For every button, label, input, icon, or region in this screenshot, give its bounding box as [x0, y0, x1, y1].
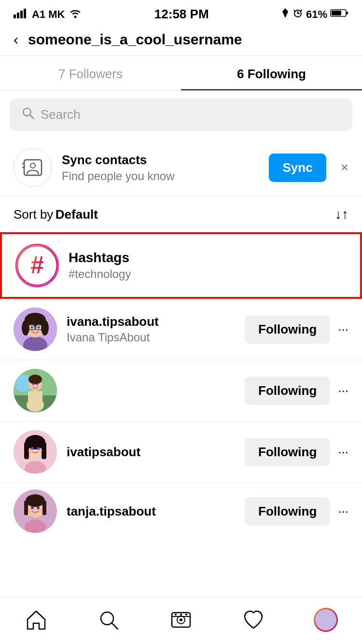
svg-point-25	[30, 326, 33, 329]
hashtag-avatar: #	[15, 244, 59, 287]
user-avatar-2	[14, 369, 57, 412]
svg-rect-35	[28, 391, 42, 402]
sync-button[interactable]: Sync	[269, 154, 326, 182]
svg-point-67	[185, 614, 187, 616]
following-button-2[interactable]: Following	[245, 377, 330, 405]
svg-point-46	[37, 447, 40, 450]
svg-point-4	[74, 15, 77, 18]
user-avatar-4	[14, 490, 57, 533]
svg-rect-0	[14, 14, 16, 18]
hashtag-item[interactable]: # Hashtags #technology	[0, 232, 362, 299]
svg-rect-7	[346, 12, 348, 14]
back-button[interactable]: ‹	[14, 31, 18, 48]
svg-point-45	[31, 447, 34, 450]
more-options-4[interactable]: ···	[338, 504, 348, 519]
following-button-1[interactable]: Following	[245, 315, 330, 344]
svg-line-60	[112, 623, 118, 629]
hashtag-subtitle: #technology	[69, 267, 131, 281]
user-avatar-1	[14, 308, 57, 351]
sync-contacts-subtitle: Find people you know	[62, 169, 259, 183]
status-right: 61%	[281, 8, 348, 21]
user-item-1: ivana.tipsabout Ivana TipsAbout Followin…	[0, 299, 362, 360]
user-item-2: Following ···	[0, 360, 362, 421]
status-bar: A1 MK 12:58 PM 61%	[0, 0, 362, 27]
alarm-icon	[292, 8, 303, 21]
svg-point-65	[175, 614, 177, 616]
time-display: 12:58 PM	[154, 7, 209, 22]
svg-rect-52	[24, 501, 28, 515]
user-list: # Hashtags #technology	[0, 232, 362, 536]
more-options-2[interactable]: ···	[338, 383, 348, 398]
tab-followers[interactable]: 7 Followers	[0, 56, 181, 90]
battery-icon	[330, 8, 348, 21]
svg-point-37	[32, 383, 34, 385]
svg-point-47	[28, 449, 32, 453]
username-4: tanja.tipsabout	[67, 504, 245, 519]
svg-point-36	[28, 375, 42, 384]
svg-text:#: #	[30, 252, 44, 279]
nav-profile[interactable]	[306, 605, 345, 634]
svg-point-63	[180, 618, 182, 621]
user-info-3: ivatipsabout	[67, 445, 245, 460]
sync-contacts-icon	[14, 148, 52, 187]
fullname-1: Ivana TipsAbout	[67, 331, 245, 344]
location-icon	[281, 8, 290, 21]
battery-percent: 61%	[306, 8, 327, 21]
tab-following[interactable]: 6 Following	[181, 56, 362, 90]
search-box[interactable]: Search	[10, 98, 352, 131]
following-button-3[interactable]: Following	[245, 438, 330, 466]
hashtag-title: Hashtags	[69, 250, 131, 266]
nav-search[interactable]	[89, 605, 128, 634]
sort-bar: Sort by Default ↓↑	[0, 197, 362, 232]
svg-point-26	[37, 326, 40, 329]
hashtag-info: Hashtags #technology	[69, 250, 131, 281]
svg-point-48	[39, 449, 42, 453]
user-info-1: ivana.tipsabout Ivana TipsAbout	[67, 314, 245, 344]
svg-point-57	[28, 508, 32, 512]
username-3: ivatipsabout	[67, 445, 245, 460]
nav-home[interactable]	[17, 605, 56, 634]
sync-contacts-row: Sync contacts Find people you know Sync …	[0, 139, 362, 197]
nav-heart[interactable]	[234, 605, 273, 634]
following-button-4[interactable]: Following	[245, 497, 330, 526]
user-item-4: tanja.tipsabout Following ···	[0, 483, 362, 536]
svg-rect-53	[42, 501, 46, 515]
sort-label: Sort by Default	[14, 207, 98, 222]
svg-rect-1	[17, 13, 19, 18]
svg-point-59	[101, 612, 113, 625]
status-left: A1 MK	[14, 8, 82, 21]
user-info-4: tanja.tipsabout	[67, 504, 245, 519]
sort-value: Default	[56, 207, 98, 222]
tabs-container: 7 Followers 6 Following	[0, 56, 362, 91]
search-container: Search	[0, 91, 362, 139]
profile-avatar-inner	[315, 609, 336, 630]
svg-point-58	[38, 508, 42, 512]
more-options-1[interactable]: ···	[338, 322, 348, 337]
bottom-nav	[0, 597, 362, 644]
carrier-label: A1 MK	[32, 8, 65, 21]
page-title: someone_is_a_cool_username	[28, 31, 242, 48]
nav-reels[interactable]	[162, 605, 200, 634]
search-icon	[21, 106, 35, 123]
user-avatar-3	[14, 430, 57, 474]
wifi-icon	[69, 8, 82, 21]
svg-point-51	[26, 494, 45, 507]
profile-avatar-ring	[314, 608, 338, 632]
svg-point-12	[30, 163, 35, 168]
header: ‹ someone_is_a_cool_username	[0, 27, 362, 56]
svg-rect-3	[24, 9, 26, 18]
sync-contacts-title: Sync contacts	[62, 153, 259, 168]
svg-line-10	[30, 115, 34, 119]
sync-text-block: Sync contacts Find people you know	[62, 153, 259, 183]
sort-order-icon[interactable]: ↓↑	[335, 207, 348, 222]
svg-point-38	[36, 383, 38, 385]
username-1: ivana.tipsabout	[67, 314, 245, 329]
user-item-3: ivatipsabout Following ···	[0, 421, 362, 483]
svg-point-66	[180, 614, 182, 616]
more-options-3[interactable]: ···	[338, 445, 348, 460]
svg-rect-2	[20, 11, 23, 18]
signal-icon	[14, 8, 28, 21]
search-placeholder: Search	[41, 107, 80, 122]
sync-close-button[interactable]: ×	[341, 160, 348, 175]
svg-rect-8	[332, 11, 341, 15]
